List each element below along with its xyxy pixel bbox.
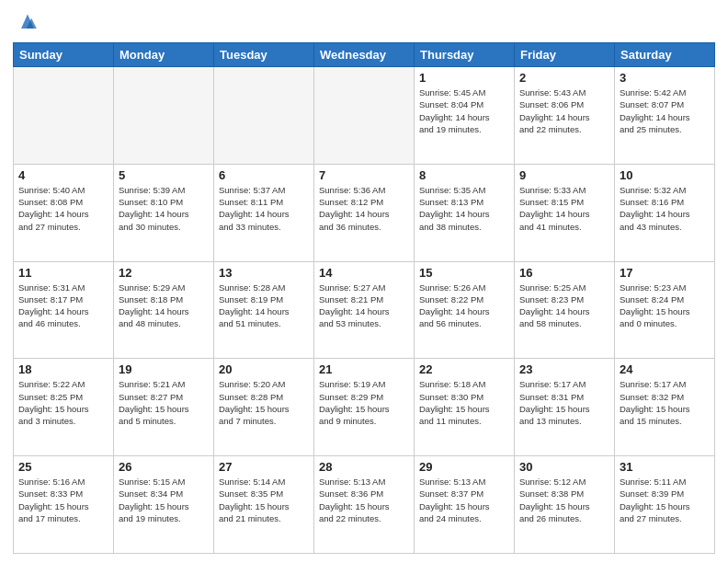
day-info: Sunrise: 5:15 AM Sunset: 8:34 PM Dayligh… bbox=[119, 476, 209, 524]
weekday-header: Friday bbox=[515, 43, 615, 67]
calendar-day-cell: 24Sunrise: 5:17 AM Sunset: 8:32 PM Dayli… bbox=[615, 359, 715, 456]
calendar-day-cell: 25Sunrise: 5:16 AM Sunset: 8:33 PM Dayli… bbox=[14, 456, 114, 554]
calendar-day-cell: 11Sunrise: 5:31 AM Sunset: 8:17 PM Dayli… bbox=[14, 261, 114, 359]
day-number: 28 bbox=[319, 460, 409, 474]
day-number: 14 bbox=[319, 266, 409, 280]
calendar-day-cell: 1Sunrise: 5:45 AM Sunset: 8:04 PM Daylig… bbox=[415, 67, 515, 165]
day-number: 11 bbox=[18, 266, 108, 280]
day-info: Sunrise: 5:12 AM Sunset: 8:38 PM Dayligh… bbox=[519, 476, 609, 524]
calendar-day-cell: 28Sunrise: 5:13 AM Sunset: 8:36 PM Dayli… bbox=[314, 456, 415, 554]
day-info: Sunrise: 5:13 AM Sunset: 8:37 PM Dayligh… bbox=[419, 476, 509, 524]
calendar-day-cell: 21Sunrise: 5:19 AM Sunset: 8:29 PM Dayli… bbox=[314, 359, 415, 456]
logo-icon bbox=[15, 9, 40, 35]
day-number: 29 bbox=[419, 460, 509, 474]
day-number: 2 bbox=[519, 71, 609, 85]
day-number: 7 bbox=[319, 168, 409, 182]
weekday-header: Sunday bbox=[14, 43, 114, 67]
day-info: Sunrise: 5:27 AM Sunset: 8:21 PM Dayligh… bbox=[319, 282, 409, 330]
day-info: Sunrise: 5:39 AM Sunset: 8:10 PM Dayligh… bbox=[119, 184, 209, 233]
day-info: Sunrise: 5:14 AM Sunset: 8:35 PM Dayligh… bbox=[219, 476, 309, 524]
day-info: Sunrise: 5:28 AM Sunset: 8:19 PM Dayligh… bbox=[219, 282, 309, 330]
day-number: 26 bbox=[119, 460, 209, 474]
day-info: Sunrise: 5:11 AM Sunset: 8:39 PM Dayligh… bbox=[620, 476, 710, 524]
page: SundayMondayTuesdayWednesdayThursdayFrid… bbox=[0, 0, 728, 563]
weekday-header: Thursday bbox=[415, 43, 515, 67]
day-number: 3 bbox=[620, 71, 710, 85]
day-info: Sunrise: 5:36 AM Sunset: 8:12 PM Dayligh… bbox=[319, 184, 409, 233]
day-info: Sunrise: 5:37 AM Sunset: 8:11 PM Dayligh… bbox=[219, 184, 309, 233]
calendar-day-cell: 9Sunrise: 5:33 AM Sunset: 8:15 PM Daylig… bbox=[515, 164, 615, 261]
calendar-day-cell: 5Sunrise: 5:39 AM Sunset: 8:10 PM Daylig… bbox=[114, 164, 214, 261]
day-number: 24 bbox=[620, 362, 710, 376]
calendar-day-cell: 2Sunrise: 5:43 AM Sunset: 8:06 PM Daylig… bbox=[515, 67, 615, 165]
calendar-day-cell: 31Sunrise: 5:11 AM Sunset: 8:39 PM Dayli… bbox=[615, 456, 715, 554]
calendar-day-cell: 29Sunrise: 5:13 AM Sunset: 8:37 PM Dayli… bbox=[415, 456, 515, 554]
weekday-header: Saturday bbox=[615, 43, 715, 67]
calendar-day-cell: 19Sunrise: 5:21 AM Sunset: 8:27 PM Dayli… bbox=[114, 359, 214, 456]
calendar-day-cell: 8Sunrise: 5:35 AM Sunset: 8:13 PM Daylig… bbox=[415, 164, 515, 261]
calendar-day-cell: 18Sunrise: 5:22 AM Sunset: 8:25 PM Dayli… bbox=[14, 359, 114, 456]
day-info: Sunrise: 5:17 AM Sunset: 8:31 PM Dayligh… bbox=[519, 378, 609, 427]
calendar-day-cell: 7Sunrise: 5:36 AM Sunset: 8:12 PM Daylig… bbox=[314, 164, 415, 261]
day-info: Sunrise: 5:43 AM Sunset: 8:06 PM Dayligh… bbox=[519, 86, 609, 135]
day-info: Sunrise: 5:16 AM Sunset: 8:33 PM Dayligh… bbox=[18, 476, 108, 524]
day-info: Sunrise: 5:21 AM Sunset: 8:27 PM Dayligh… bbox=[119, 378, 209, 427]
day-info: Sunrise: 5:45 AM Sunset: 8:04 PM Dayligh… bbox=[419, 86, 509, 135]
calendar-day-cell: 15Sunrise: 5:26 AM Sunset: 8:22 PM Dayli… bbox=[415, 261, 515, 359]
calendar-day-cell: 26Sunrise: 5:15 AM Sunset: 8:34 PM Dayli… bbox=[114, 456, 214, 554]
day-info: Sunrise: 5:35 AM Sunset: 8:13 PM Dayligh… bbox=[419, 184, 509, 233]
day-number: 23 bbox=[519, 362, 609, 376]
calendar-week-row: 18Sunrise: 5:22 AM Sunset: 8:25 PM Dayli… bbox=[14, 359, 715, 456]
day-number: 15 bbox=[419, 266, 509, 280]
calendar-day-cell: 4Sunrise: 5:40 AM Sunset: 8:08 PM Daylig… bbox=[14, 164, 114, 261]
calendar-day-cell: 10Sunrise: 5:32 AM Sunset: 8:16 PM Dayli… bbox=[615, 164, 715, 261]
calendar-day-cell: 17Sunrise: 5:23 AM Sunset: 8:24 PM Dayli… bbox=[615, 261, 715, 359]
calendar-header-row: SundayMondayTuesdayWednesdayThursdayFrid… bbox=[14, 43, 715, 67]
calendar-day-cell bbox=[114, 67, 214, 165]
calendar-day-cell bbox=[14, 67, 114, 165]
logo bbox=[13, 9, 40, 35]
weekday-header: Tuesday bbox=[214, 43, 314, 67]
day-info: Sunrise: 5:29 AM Sunset: 8:18 PM Dayligh… bbox=[119, 282, 209, 330]
day-info: Sunrise: 5:26 AM Sunset: 8:22 PM Dayligh… bbox=[419, 282, 509, 330]
day-info: Sunrise: 5:22 AM Sunset: 8:25 PM Dayligh… bbox=[18, 378, 108, 427]
calendar-day-cell: 12Sunrise: 5:29 AM Sunset: 8:18 PM Dayli… bbox=[114, 261, 214, 359]
calendar-day-cell: 27Sunrise: 5:14 AM Sunset: 8:35 PM Dayli… bbox=[214, 456, 314, 554]
weekday-header: Monday bbox=[114, 43, 214, 67]
day-info: Sunrise: 5:32 AM Sunset: 8:16 PM Dayligh… bbox=[620, 184, 710, 233]
day-info: Sunrise: 5:31 AM Sunset: 8:17 PM Dayligh… bbox=[18, 282, 108, 330]
header bbox=[13, 9, 715, 35]
day-info: Sunrise: 5:19 AM Sunset: 8:29 PM Dayligh… bbox=[319, 378, 409, 427]
calendar-day-cell: 16Sunrise: 5:25 AM Sunset: 8:23 PM Dayli… bbox=[515, 261, 615, 359]
calendar-week-row: 11Sunrise: 5:31 AM Sunset: 8:17 PM Dayli… bbox=[14, 261, 715, 359]
day-info: Sunrise: 5:33 AM Sunset: 8:15 PM Dayligh… bbox=[519, 184, 609, 233]
day-number: 16 bbox=[519, 266, 609, 280]
day-number: 8 bbox=[419, 168, 509, 182]
calendar-day-cell bbox=[214, 67, 314, 165]
day-info: Sunrise: 5:42 AM Sunset: 8:07 PM Dayligh… bbox=[620, 86, 710, 135]
calendar-day-cell bbox=[314, 67, 415, 165]
day-number: 5 bbox=[119, 168, 209, 182]
calendar-day-cell: 13Sunrise: 5:28 AM Sunset: 8:19 PM Dayli… bbox=[214, 261, 314, 359]
day-number: 27 bbox=[219, 460, 309, 474]
day-info: Sunrise: 5:20 AM Sunset: 8:28 PM Dayligh… bbox=[219, 378, 309, 427]
day-number: 20 bbox=[219, 362, 309, 376]
calendar-week-row: 4Sunrise: 5:40 AM Sunset: 8:08 PM Daylig… bbox=[14, 164, 715, 261]
day-number: 13 bbox=[219, 266, 309, 280]
day-info: Sunrise: 5:25 AM Sunset: 8:23 PM Dayligh… bbox=[519, 282, 609, 330]
calendar-day-cell: 23Sunrise: 5:17 AM Sunset: 8:31 PM Dayli… bbox=[515, 359, 615, 456]
calendar-day-cell: 22Sunrise: 5:18 AM Sunset: 8:30 PM Dayli… bbox=[415, 359, 515, 456]
calendar-week-row: 25Sunrise: 5:16 AM Sunset: 8:33 PM Dayli… bbox=[14, 456, 715, 554]
calendar: SundayMondayTuesdayWednesdayThursdayFrid… bbox=[13, 42, 715, 554]
day-info: Sunrise: 5:23 AM Sunset: 8:24 PM Dayligh… bbox=[620, 282, 710, 330]
day-number: 21 bbox=[319, 362, 409, 376]
day-number: 18 bbox=[18, 362, 108, 376]
calendar-day-cell: 30Sunrise: 5:12 AM Sunset: 8:38 PM Dayli… bbox=[515, 456, 615, 554]
day-info: Sunrise: 5:18 AM Sunset: 8:30 PM Dayligh… bbox=[419, 378, 509, 427]
calendar-day-cell: 20Sunrise: 5:20 AM Sunset: 8:28 PM Dayli… bbox=[214, 359, 314, 456]
calendar-day-cell: 6Sunrise: 5:37 AM Sunset: 8:11 PM Daylig… bbox=[214, 164, 314, 261]
day-number: 22 bbox=[419, 362, 509, 376]
weekday-header: Wednesday bbox=[314, 43, 415, 67]
day-number: 4 bbox=[18, 168, 108, 182]
day-number: 9 bbox=[519, 168, 609, 182]
